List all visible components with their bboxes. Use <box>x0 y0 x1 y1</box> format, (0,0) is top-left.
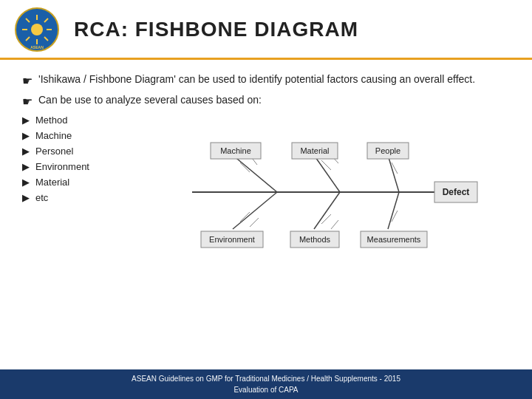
main-area: ▶ Method ▶ Machine ▶ Personel ▶ Environm… <box>0 115 532 277</box>
bullet-2: ☛ Can be use to analyze several causes b… <box>22 94 510 109</box>
content-area: ☛ 'Ishikawa / Fishbone Diagram' can be u… <box>0 60 532 109</box>
arrow-icon-5: ▶ <box>22 177 30 188</box>
svg-line-14 <box>233 155 277 192</box>
svg-line-25 <box>240 212 250 222</box>
list-label-4: Environment <box>35 161 89 172</box>
fishbone-diagram: Machine Material People Environment Meth… <box>170 115 510 277</box>
arrow-icon-4: ▶ <box>22 161 30 172</box>
bullet-symbol-2: ☛ <box>22 95 33 109</box>
header: ASEAN RCA: FISHBONE DIAGRAM <box>0 0 532 60</box>
svg-point-2 <box>31 24 43 35</box>
svg-text:ASEAN: ASEAN <box>30 45 44 50</box>
svg-text:Methods: Methods <box>299 235 331 244</box>
list-item: ▶ Machine <box>22 130 170 141</box>
list-label-1: Method <box>35 115 67 126</box>
arrow-icon-3: ▶ <box>22 146 30 157</box>
svg-line-28 <box>331 220 338 229</box>
list-item: ▶ Material <box>22 177 170 188</box>
svg-line-17 <box>233 192 277 229</box>
svg-text:Environment: Environment <box>209 235 255 244</box>
bullet-1: ☛ 'Ishikawa / Fishbone Diagram' can be u… <box>22 73 510 88</box>
svg-text:Measurements: Measurements <box>367 235 421 244</box>
arrow-icon-2: ▶ <box>22 130 30 141</box>
svg-text:People: People <box>375 146 400 155</box>
svg-text:Machine: Machine <box>220 146 251 155</box>
arrow-icon-6: ▶ <box>22 192 30 203</box>
bullet-text-1: 'Ishikawa / Fishbone Diagram' can be use… <box>38 73 475 85</box>
footer-line-2: Evaluation of CAPA <box>4 384 528 395</box>
svg-line-26 <box>250 218 259 227</box>
list-item: ▶ Method <box>22 115 170 126</box>
list-label-3: Personel <box>35 146 73 157</box>
footer: ASEAN Guidelines on GMP for Traditional … <box>0 369 532 399</box>
arrow-icon-1: ▶ <box>22 115 30 126</box>
list-label-6: etc <box>35 192 48 203</box>
list-item: ▶ etc <box>22 192 170 203</box>
logo-icon: ASEAN <box>15 7 59 52</box>
bullet-text-2: Can be use to analyze several causes bas… <box>38 94 262 106</box>
svg-text:Defect: Defect <box>443 187 470 197</box>
list-label-2: Machine <box>35 130 72 141</box>
footer-line-1: ASEAN Guidelines on GMP for Traditional … <box>4 373 528 384</box>
list-section: ▶ Method ▶ Machine ▶ Personel ▶ Environm… <box>22 115 170 277</box>
bullet-symbol-1: ☛ <box>22 74 33 88</box>
list-label-5: Material <box>35 177 69 188</box>
svg-line-20 <box>240 163 250 172</box>
fishbone-svg: Machine Material People Environment Meth… <box>170 115 480 270</box>
list-item: ▶ Environment <box>22 161 170 172</box>
page-title: RCA: FISHBONE DIAGRAM <box>74 18 358 41</box>
svg-text:Material: Material <box>300 146 329 155</box>
list-item: ▶ Personel <box>22 146 170 157</box>
